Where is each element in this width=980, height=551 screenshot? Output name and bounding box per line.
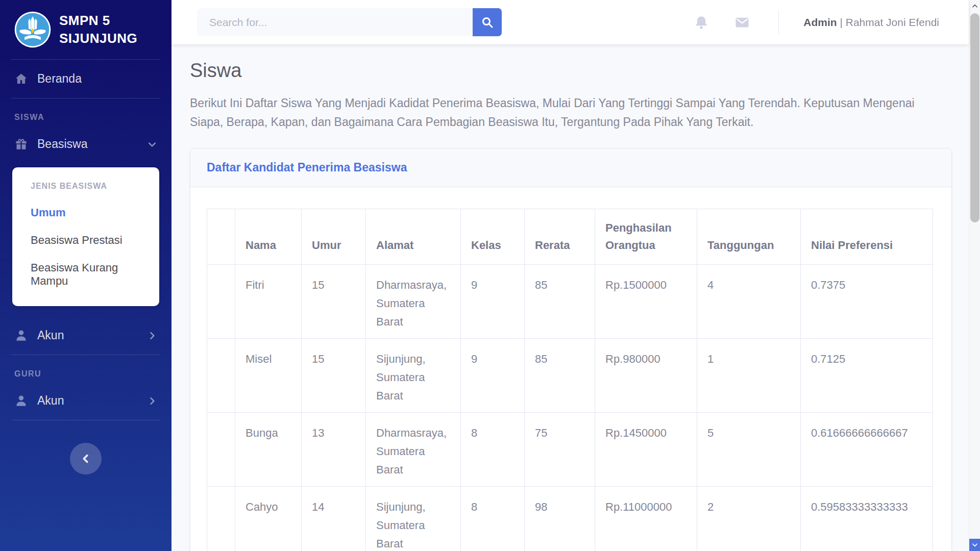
home-icon [14, 72, 28, 86]
user-icon [14, 329, 28, 342]
column-header [207, 209, 235, 265]
sidebar-item-label: Beranda [37, 72, 82, 86]
beasiswa-submenu: JENIS BEASISWA Umum Beasiswa Prestasi Be… [12, 167, 159, 306]
table-cell: Dharmasraya, Sumatera Barat [366, 265, 461, 339]
user-menu[interactable]: Admin | Rahmat Joni Efendi [803, 16, 939, 29]
topbar: Admin | Rahmat Joni Efendi [172, 0, 969, 44]
chevron-down-icon [147, 139, 157, 149]
table-cell: 15 [302, 339, 366, 413]
table-cell [207, 265, 235, 339]
sidebar-item-akun-guru[interactable]: Akun [0, 382, 172, 420]
search-button[interactable] [473, 8, 502, 36]
table-cell: 0.61666666666667 [801, 413, 933, 487]
sidebar-brand[interactable]: SMPN 5 SIJUNJUNG [0, 0, 172, 59]
table-cell: Sijunjung, Sumatera Barat [366, 339, 461, 413]
user-name: Rahmat Joni Efendi [846, 16, 939, 28]
sidebar-item-beranda[interactable]: Beranda [0, 60, 172, 98]
table-cell: 4 [697, 265, 801, 339]
table-cell: Rp.1500000 [595, 265, 697, 339]
search-icon [481, 16, 494, 29]
page-description: Berikut Ini Daftar Siswa Yang Menjadi Ka… [190, 94, 950, 132]
candidates-table: NamaUmurAlamatKelasRerataPenghasilan Ora… [207, 209, 933, 551]
bell-icon[interactable] [694, 15, 709, 30]
card-title: Daftar Kandidat Penerima Beasiswa [207, 161, 407, 174]
sidebar-item-beasiswa[interactable]: Beasiswa [0, 125, 172, 163]
table-row: Cahyo14Sijunjung, Sumatera Barat898Rp.11… [207, 487, 933, 551]
table-cell: Misel [235, 339, 302, 413]
table-cell: 9 [461, 265, 525, 339]
table-cell: Cahyo [235, 487, 302, 551]
column-header: Nilai Preferensi [801, 209, 933, 265]
table-cell: 0.59583333333333 [801, 487, 933, 551]
submenu-item-umum[interactable]: Umum [12, 199, 159, 227]
column-header: Nama [235, 209, 302, 265]
table-cell: 0.7125 [801, 339, 933, 413]
submenu-item-beasiswa-kurang-mampu[interactable]: Beasiswa Kurang Mampu [12, 254, 159, 295]
column-header: Tanggungan [697, 209, 801, 265]
sidebar-section-guru: GURU [0, 355, 172, 382]
column-header: Alamat [366, 209, 461, 265]
chevron-left-icon [80, 453, 91, 464]
submenu-heading: JENIS BEASISWA [12, 182, 159, 199]
table-cell: 5 [697, 413, 801, 487]
page-content: Siswa Berikut Ini Daftar Siswa Yang Menj… [172, 44, 969, 551]
page-title: Siswa [190, 60, 952, 82]
envelope-icon[interactable] [734, 15, 750, 30]
school-logo-icon [14, 11, 51, 48]
window-scrollbar[interactable] [969, 0, 980, 551]
candidates-card: Daftar Kandidat Penerima Beasiswa NamaUm… [190, 148, 952, 551]
gift-icon [14, 137, 28, 151]
submenu-item-beasiswa-prestasi[interactable]: Beasiswa Prestasi [12, 227, 159, 254]
column-header: Umur [302, 209, 366, 265]
card-header: Daftar Kandidat Penerima Beasiswa [190, 148, 951, 187]
sidebar-item-label: Akun [37, 329, 64, 342]
table-cell: 0.7375 [801, 265, 933, 339]
table-cell: Rp.11000000 [595, 487, 697, 551]
main-area: Admin | Rahmat Joni Efendi Siswa Berikut… [172, 0, 969, 551]
column-header: Kelas [461, 209, 525, 265]
chevron-right-icon [147, 396, 157, 406]
table-cell: Fitri [235, 265, 302, 339]
topbar-right: Admin | Rahmat Joni Efendi [694, 11, 939, 34]
table-cell: 2 [697, 487, 801, 551]
scroll-down-button[interactable] [969, 539, 980, 551]
sidebar-item-akun-siswa[interactable]: Akun [0, 316, 172, 355]
table-cell: 9 [461, 339, 525, 413]
table-cell: 13 [302, 413, 366, 487]
chevron-up-icon [971, 3, 978, 10]
topbar-divider [778, 11, 779, 34]
table-cell: Rp.1450000 [595, 413, 697, 487]
user-separator: | [837, 16, 846, 28]
table-cell: 1 [697, 339, 801, 413]
user-role: Admin [803, 16, 837, 28]
sidebar-section-siswa: SISWA [0, 98, 172, 125]
sidebar: SMPN 5 SIJUNJUNG Beranda SISWA Beasiswa … [0, 0, 172, 551]
sidebar-divider [11, 420, 160, 420]
scroll-up-button[interactable] [969, 0, 980, 12]
chevron-right-icon [147, 331, 157, 341]
table-cell [207, 413, 235, 487]
table-cell: 85 [525, 265, 595, 339]
table-cell [207, 487, 235, 551]
table-cell: 75 [525, 413, 595, 487]
search-input[interactable] [197, 8, 473, 36]
sidebar-item-label: Akun [37, 394, 64, 408]
table-cell: Rp.980000 [595, 339, 697, 413]
sidebar-item-label: Beasiswa [37, 137, 87, 151]
sidebar-collapse-button[interactable] [70, 443, 102, 474]
column-header: Rerata [525, 209, 595, 265]
user-icon [14, 394, 28, 408]
scrollbar-thumb[interactable] [970, 13, 979, 222]
brand-title: SMPN 5 SIJUNJUNG [59, 12, 137, 47]
table-cell: 8 [461, 413, 525, 487]
table-row: Bunga13Dharmasraya, Sumatera Barat875Rp.… [207, 413, 933, 487]
card-body: NamaUmurAlamatKelasRerataPenghasilan Ora… [190, 187, 951, 551]
table-cell: Dharmasraya, Sumatera Barat [366, 413, 461, 487]
table-row: Fitri15Dharmasraya, Sumatera Barat985Rp.… [207, 265, 933, 339]
table-cell: Bunga [235, 413, 302, 487]
table-cell: Sijunjung, Sumatera Barat [366, 487, 461, 551]
table-row: Misel15Sijunjung, Sumatera Barat985Rp.98… [207, 339, 933, 413]
column-header: Penghasilan Orangtua [595, 209, 697, 265]
table-cell: 14 [302, 487, 366, 551]
table-cell: 8 [461, 487, 525, 551]
